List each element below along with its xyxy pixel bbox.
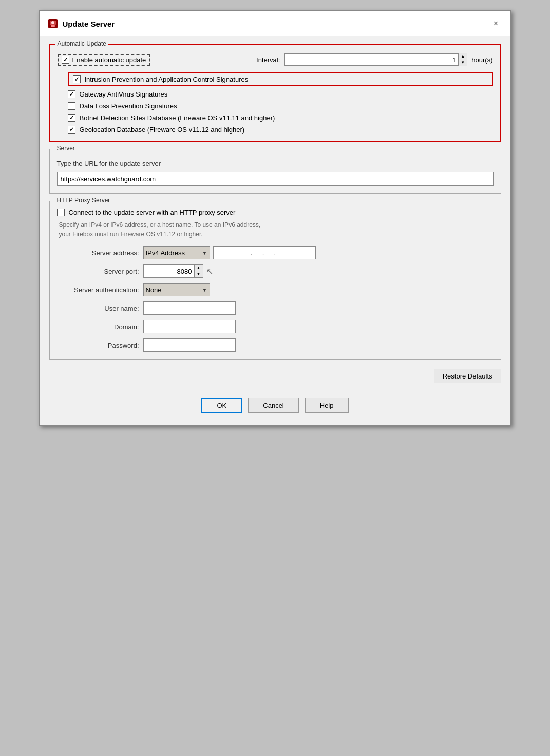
sig-item-ips: Intrusion Prevention and Application Con… [68,72,493,86]
port-spinner: ▲ ▼ [195,264,203,278]
ip-address-input[interactable] [213,246,316,259]
enable-auto-update-dotted-box: Enable automatic update [58,54,150,66]
title-bar: Update Server × [40,11,510,36]
restore-defaults-button[interactable]: Restore Defaults [434,369,501,383]
http-proxy-connect-label: Connect to the update server with an HTT… [69,209,236,216]
domain-label: Domain: [57,323,139,331]
proxy-fields: Server address: IPv4 Address ▼ Server po… [57,246,494,352]
http-proxy-group: HTTP Proxy Server Connect to the update … [49,201,501,360]
address-type-arrow: ▼ [202,250,207,256]
port-input[interactable] [143,264,195,278]
dialog-body: Automatic Update Enable automatic update… [40,36,510,425]
enable-auto-update-label: Enable automatic update [72,56,146,64]
update-server-dialog: Update Server × Automatic Update Enable … [39,10,511,426]
port-spin-up[interactable]: ▲ [195,265,203,271]
cancel-button[interactable]: Cancel [248,398,298,413]
auto-update-row: Enable automatic update Interval: ▲ ▼ ho… [58,50,493,66]
address-type-dropdown[interactable]: IPv4 Address ▼ [143,246,210,259]
password-label: Password: [57,342,139,349]
av-label: Gateway AntiVirus Signatures [80,90,168,98]
auth-value: None [146,286,162,294]
auth-dropdown[interactable]: None ▼ [143,283,210,296]
interval-group: Interval: ▲ ▼ hour(s) [256,53,492,66]
action-buttons: OK Cancel Help [49,392,501,416]
geo-checkbox[interactable] [68,126,75,134]
svg-point-3 [51,21,54,24]
botnet-checkbox[interactable] [68,114,75,122]
ips-label: Intrusion Prevention and Application Con… [85,75,249,83]
botnet-label: Botnet Detection Sites Database (Firewar… [80,114,275,122]
http-proxy-desc: Specify an IPv4 or IPv6 address, or a ho… [59,220,494,239]
title-bar-left: Update Server [47,18,115,29]
port-spin-down[interactable]: ▼ [195,271,203,277]
password-input[interactable] [143,338,236,352]
interval-spinner: ▲ ▼ [459,53,467,66]
http-proxy-label: HTTP Proxy Server [55,197,112,204]
domain-input[interactable] [143,320,236,333]
av-checkbox[interactable] [68,90,75,98]
interval-unit: hour(s) [471,56,492,64]
dialog-title: Update Server [63,20,115,28]
server-auth-label: Server authentication: [57,286,139,294]
server-description: Type the URL for the update server [57,158,494,167]
svg-rect-2 [51,25,55,27]
dlp-label: Data Loss Prevention Signatures [80,102,177,110]
automatic-update-label: Automatic Update [55,40,108,47]
auth-arrow: ▼ [202,287,207,293]
server-url-input[interactable] [57,172,494,186]
restore-defaults-row: Restore Defaults [49,367,501,385]
http-proxy-connect-row: Connect to the update server with an HTT… [57,209,494,216]
port-input-wrapper: ▲ ▼ [143,264,203,278]
user-name-label: User name: [57,305,139,312]
domain-input-row [143,320,494,333]
password-input-row [143,338,494,352]
sig-item-dlp: Data Loss Prevention Signatures [68,102,493,110]
cursor-indicator: ↖ [206,267,213,276]
user-name-input-row [143,301,494,315]
ips-checkbox[interactable] [73,75,81,83]
server-group-label: Server [55,145,77,152]
user-name-input[interactable] [143,301,236,315]
interval-spin-up[interactable]: ▲ [459,53,467,60]
interval-input-wrapper: ▲ ▼ [284,53,467,66]
ok-button[interactable]: OK [201,398,242,413]
dlp-checkbox[interactable] [68,102,75,110]
server-auth-input-row: None ▼ [143,283,494,296]
interval-spin-down[interactable]: ▼ [459,60,467,66]
app-icon [47,18,59,29]
enable-auto-update-checkbox[interactable] [62,56,69,64]
interval-input[interactable] [284,53,459,66]
sig-item-botnet: Botnet Detection Sites Database (Firewar… [68,114,493,122]
server-port-label: Server port: [57,268,139,275]
address-type-value: IPv4 Address [146,249,185,257]
server-address-input-row: IPv4 Address ▼ [143,246,494,259]
geo-label: Geolocation Database (Fireware OS v11.12… [80,126,245,134]
sig-item-geo: Geolocation Database (Fireware OS v11.12… [68,126,493,134]
automatic-update-group: Automatic Update Enable automatic update… [49,44,501,142]
close-button[interactable]: × [489,16,503,31]
server-address-label: Server address: [57,249,139,257]
signatures-section: Intrusion Prevention and Application Con… [58,72,493,134]
interval-label: Interval: [256,56,280,64]
help-button[interactable]: Help [305,398,349,413]
server-port-input-row: ▲ ▼ ↖ [143,264,494,278]
http-proxy-checkbox[interactable] [57,209,65,216]
sig-item-av: Gateway AntiVirus Signatures [68,90,493,98]
server-group: Server Type the URL for the update serve… [49,149,501,194]
